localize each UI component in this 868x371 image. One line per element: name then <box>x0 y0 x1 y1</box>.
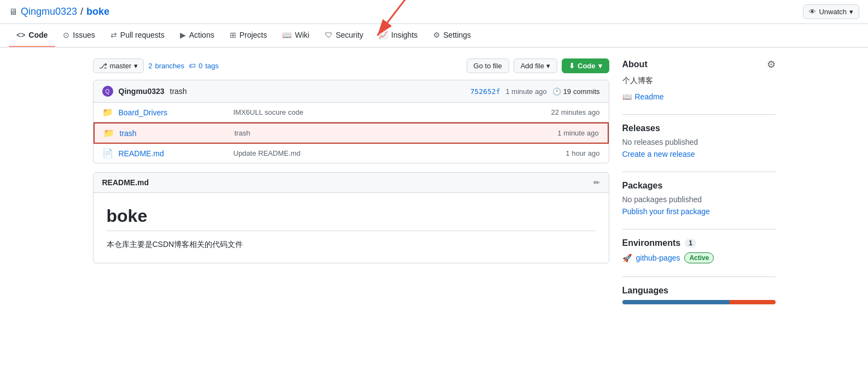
sidebar-about-header: About ⚙ <box>622 58 776 70</box>
readme-header: README.md ✏ <box>94 173 609 193</box>
chevron-down-icon: ▾ <box>849 8 853 16</box>
packages-title: Packages <box>622 181 776 191</box>
settings-icon: ⚙ <box>433 31 440 39</box>
branches-label: branches <box>155 62 184 70</box>
file-row-readme: 📄 README.md Update README.md 1 hour ago <box>94 144 609 163</box>
clock-icon: 🕐 <box>552 87 561 96</box>
env-name-link[interactable]: github-pages <box>636 254 680 262</box>
commit-count: 🕐 19 commits <box>552 87 600 96</box>
gear-icon[interactable]: ⚙ <box>767 58 776 70</box>
code-button[interactable]: ⬇ Code ▾ <box>562 58 609 73</box>
file-row-trash: 📁 trash trash 1 minute ago <box>94 122 609 144</box>
branches-count: 2 <box>148 62 152 70</box>
issues-icon: ⊙ <box>63 31 69 39</box>
insights-icon: 📈 <box>378 31 388 39</box>
tab-issues-label: Issues <box>73 31 95 39</box>
repo-name-link[interactable]: boke <box>86 6 109 17</box>
environments-header: Environments 1 <box>622 238 776 248</box>
publish-package-link[interactable]: Publish your first package <box>622 207 710 216</box>
tab-settings-label: Settings <box>444 31 471 39</box>
tab-issues[interactable]: ⊙ Issues <box>55 24 102 47</box>
branch-icon: ⎇ <box>99 62 107 70</box>
file-commit-msg: IMX6ULL socure code <box>234 108 529 116</box>
branches-link[interactable]: 2 branches <box>148 62 184 70</box>
go-to-file-button[interactable]: Go to file <box>467 58 509 73</box>
file-table: Q Qingmu0323 trash 752652f 1 minute ago … <box>93 80 609 163</box>
projects-icon: ⊞ <box>230 31 236 39</box>
file-name-trash[interactable]: trash <box>120 129 229 138</box>
unwatch-label: Unwatch <box>819 8 847 16</box>
tab-insights[interactable]: 📈 Insights <box>371 24 425 47</box>
sidebar-divider-3 <box>622 229 776 229</box>
create-release-link[interactable]: Create a new release <box>622 150 695 158</box>
file-time-readme: 1 hour ago <box>534 149 600 157</box>
file-commit-msg-readme: Update README.md <box>234 149 529 157</box>
tab-actions-label: Actions <box>189 31 214 39</box>
commit-hash[interactable]: 752652f <box>470 87 500 96</box>
tab-projects[interactable]: ⊞ Projects <box>222 24 275 47</box>
sidebar-divider-1 <box>622 114 776 115</box>
tags-link[interactable]: 🏷 0 tags <box>189 62 219 70</box>
sidebar-description: 个人博客 <box>622 76 776 86</box>
tab-insights-label: Insights <box>391 31 417 39</box>
lang-python <box>622 300 730 304</box>
file-name-readme[interactable]: README.md <box>119 149 228 158</box>
sidebar-releases: Releases No releases published Create a … <box>622 123 776 158</box>
repo-title: 🖥 Qingmu0323 / boke <box>9 6 109 17</box>
readme-section: README.md ✏ boke 本仓库主要是CSDN博客相关的代码文件 <box>93 172 609 263</box>
about-title: About <box>622 60 648 69</box>
branch-bar-right: Go to file Add file ▾ ⬇ Code ▾ <box>467 58 609 73</box>
language-bar <box>622 300 776 304</box>
nav-tabs: <> Code ⊙ Issues ⇄ Pull requests ▶ Actio… <box>0 24 868 48</box>
tab-settings[interactable]: ⚙ Settings <box>426 24 479 47</box>
code-chevron: ▾ <box>598 62 602 70</box>
tab-code[interactable]: <> Code <box>9 24 55 47</box>
branch-bar-left: ⎇ master ▾ 2 branches 🏷 0 tags <box>93 58 219 73</box>
go-to-file-label: Go to file <box>474 62 502 70</box>
add-file-label: Add file <box>521 62 544 70</box>
no-packages-text: No packages published <box>622 195 776 204</box>
pencil-icon[interactable]: ✏ <box>593 178 600 187</box>
branch-name: master <box>110 62 132 70</box>
readme-heading: boke <box>107 206 596 231</box>
download-icon: ⬇ <box>569 62 575 70</box>
tab-code-label: Code <box>28 31 48 39</box>
repo-icon: 🖥 <box>9 7 18 17</box>
tab-pull-requests[interactable]: ⇄ Pull requests <box>103 24 172 47</box>
code-icon: <> <box>16 31 25 39</box>
repo-separator: / <box>80 6 83 17</box>
tags-count: 0 <box>199 62 202 70</box>
languages-title: Languages <box>622 286 776 296</box>
file-commit-msg-trash: trash <box>235 129 528 137</box>
sidebar-environments: Environments 1 🚀 github-pages Active <box>622 238 776 263</box>
readme-title: README.md <box>102 178 149 187</box>
repo-owner-link[interactable]: Qingmu0323 <box>21 6 77 17</box>
add-file-button[interactable]: Add file ▾ <box>514 58 557 73</box>
tab-security[interactable]: 🛡 Security <box>317 24 371 47</box>
sidebar-about: About ⚙ 个人博客 📖 Readme <box>622 58 776 101</box>
folder-icon: 📁 <box>102 107 113 117</box>
code-btn-label: Code <box>578 62 596 70</box>
branch-selector[interactable]: ⎇ master ▾ <box>93 58 144 73</box>
file-name[interactable]: Board_Drivers <box>119 108 228 117</box>
wiki-icon: 📖 <box>282 31 292 39</box>
readme-link[interactable]: 📖 Readme <box>622 92 776 101</box>
tab-pr-label: Pull requests <box>120 31 165 39</box>
rocket-icon: 🚀 <box>622 254 632 262</box>
sidebar-languages: Languages <box>622 286 776 304</box>
readme-link-label: Readme <box>635 92 664 101</box>
readme-body: boke 本仓库主要是CSDN博客相关的代码文件 <box>94 193 609 263</box>
eye-icon: 👁 <box>809 8 816 16</box>
branch-bar: ⎇ master ▾ 2 branches 🏷 0 tags Go to fil… <box>93 58 609 73</box>
readme-description: 本仓库主要是CSDN博客相关的代码文件 <box>107 240 596 250</box>
file-icon-doc: 📄 <box>102 148 113 158</box>
unwatch-button[interactable]: 👁 Unwatch ▾ <box>803 4 859 19</box>
tab-wiki[interactable]: 📖 Wiki <box>275 24 317 47</box>
security-icon: 🛡 <box>325 31 333 39</box>
tab-actions[interactable]: ▶ Actions <box>172 24 222 47</box>
commit-author[interactable]: Qingmu0323 <box>119 87 165 96</box>
environments-title: Environments <box>622 238 681 248</box>
folder-icon-trash: 📁 <box>103 128 114 138</box>
env-item: 🚀 github-pages Active <box>622 252 776 263</box>
sidebar: About ⚙ 个人博客 📖 Readme Releases No releas… <box>622 58 776 317</box>
